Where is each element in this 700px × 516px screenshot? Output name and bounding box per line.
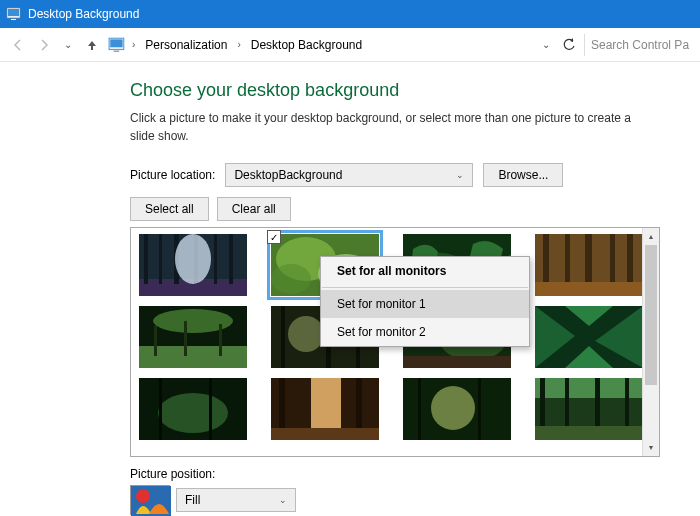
svg-rect-13 [229,234,233,284]
svg-rect-9 [159,234,162,284]
svg-point-63 [136,489,150,503]
menu-separator [322,287,528,288]
svg-rect-32 [219,324,222,356]
select-all-button[interactable]: Select all [130,197,209,221]
picture-location-label: Picture location: [130,168,215,182]
page-heading: Choose your desktop background [130,80,674,101]
refresh-button[interactable] [560,36,578,54]
svg-point-14 [175,234,211,284]
page-subtext: Click a picture to make it your desktop … [130,109,650,145]
scroll-thumb[interactable] [645,245,657,385]
picture-location-value: DesktopBackground [234,168,342,182]
context-menu: Set for all monitors Set for monitor 1 S… [320,256,530,347]
address-dropdown[interactable]: ⌄ [538,39,554,50]
svg-rect-40 [403,356,511,368]
svg-rect-5 [114,50,120,51]
svg-rect-53 [418,378,421,440]
svg-rect-8 [144,234,148,284]
gallery-scrollbar[interactable]: ▴ ▾ [642,228,659,456]
svg-point-18 [271,264,311,294]
titlebar: Desktop Background [0,0,700,28]
svg-rect-31 [184,321,187,356]
picture-position-label: Picture position: [130,467,674,481]
svg-rect-61 [535,426,643,440]
wallpaper-thumbnail[interactable] [139,378,247,440]
svg-rect-2 [11,19,16,20]
arrow-up-icon [85,38,99,52]
scroll-track[interactable] [643,245,659,439]
navbar: ⌄ › Personalization › Desktop Background… [0,28,700,62]
wallpaper-thumbnail[interactable] [139,306,247,368]
menu-set-monitor-2[interactable]: Set for monitor 2 [321,318,529,346]
wallpaper-thumbnail[interactable] [535,234,643,296]
menu-set-monitor-1[interactable]: Set for monitor 1 [321,290,529,318]
chevron-down-icon: ⌄ [456,170,464,180]
chevron-down-icon: ⌄ [279,495,287,505]
svg-rect-54 [478,378,481,440]
refresh-icon [562,38,576,52]
browse-button[interactable]: Browse... [483,163,563,187]
control-panel-icon [6,6,22,22]
window-title: Desktop Background [28,7,139,21]
wallpaper-thumbnail[interactable] [271,378,379,440]
control-panel-icon [108,36,126,54]
scroll-down-button[interactable]: ▾ [643,439,659,456]
svg-rect-50 [271,428,379,440]
breadcrumb-desktop-background[interactable]: Desktop Background [247,36,366,54]
picture-position-value: Fill [185,493,200,507]
svg-rect-12 [214,234,217,284]
chevron-right-icon: › [128,39,139,50]
scroll-up-button[interactable]: ▴ [643,228,659,245]
svg-rect-4 [110,39,122,47]
arrow-right-icon [37,38,51,52]
svg-rect-1 [8,9,19,16]
wallpaper-thumbnail[interactable] [535,306,643,368]
svg-rect-45 [209,378,212,440]
menu-set-all-monitors[interactable]: Set for all monitors [321,257,529,285]
svg-point-34 [288,316,324,352]
breadcrumb-personalization[interactable]: Personalization [141,36,231,54]
svg-rect-44 [159,378,162,440]
search-input[interactable]: Search Control Pa [584,34,692,56]
arrow-left-icon [11,38,25,52]
breadcrumb[interactable]: › Personalization › Desktop Background [108,36,532,54]
svg-rect-26 [535,282,643,296]
checkbox-icon: ✓ [267,230,281,244]
nav-forward-button[interactable] [34,35,54,55]
chevron-right-icon: › [233,39,244,50]
picture-location-dropdown[interactable]: DesktopBackground ⌄ [225,163,473,187]
nav-back-button[interactable] [8,35,28,55]
search-placeholder: Search Control Pa [591,38,689,52]
picture-position-dropdown[interactable]: Fill ⌄ [176,488,296,512]
clear-all-button[interactable]: Clear all [217,197,291,221]
wallpaper-thumbnail[interactable] [403,378,511,440]
wallpaper-thumbnail[interactable] [535,378,643,440]
nav-history-dropdown[interactable]: ⌄ [60,39,76,50]
wallpaper-thumbnail[interactable] [139,234,247,296]
nav-up-button[interactable] [82,35,102,55]
svg-rect-35 [281,306,285,368]
svg-rect-30 [154,326,157,356]
svg-point-52 [431,386,475,430]
position-preview [130,485,170,515]
svg-point-43 [158,393,228,433]
